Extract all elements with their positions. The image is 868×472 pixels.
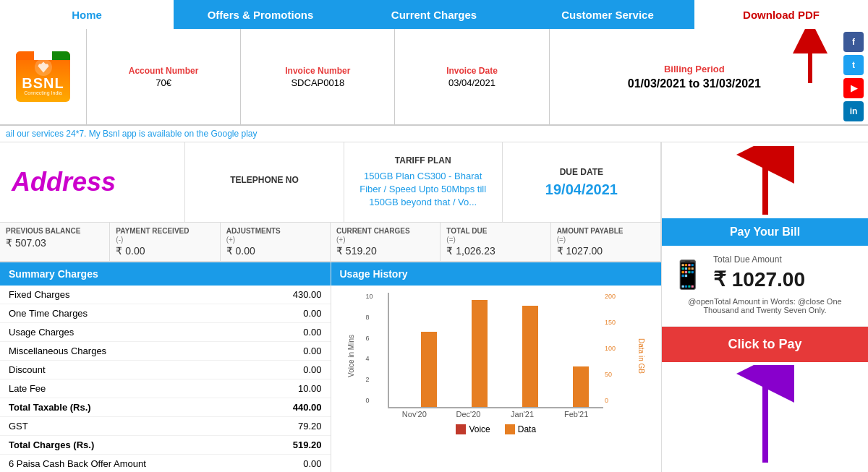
logo-subtitle: Connecting India [24,90,62,96]
linkedin-icon[interactable]: in [843,101,864,121]
pay-bill-header: Pay Your Bill [662,218,868,246]
data-bar [573,366,589,407]
summary-row: 6 Paisa Cash Back Offer Amount0.00 [0,455,331,473]
logo-box: BSNL Connecting India [0,29,87,124]
y-tick-right-3: 150 [605,319,626,326]
y-axis-right-label: Data in GB [637,338,645,374]
summary-row-label: Total Charges (Rs.) [0,436,255,455]
summary-row-label: Total Taxable (Rs.) [0,398,255,417]
summary-row: GST79.20 [0,417,331,436]
summary-row-label: 6 Paisa Cash Back Offer Amount [0,455,255,473]
chart-section: Usage History Voice in Mins 0 2 [331,262,662,472]
red-arrow-download [781,29,839,89]
summary-row-value: 430.00 [255,286,331,304]
page-header: BSNL Connecting India Account Number 70€… [0,29,868,126]
y-tick-left-0: 0 [366,397,386,404]
summary-row-value: 0.00 [255,361,331,379]
summary-header: Summary Charges [0,262,331,286]
payment-value: ₹ 0.00 [116,245,213,257]
payment-label: PAYMENT RECEIVED [116,227,213,236]
summary-row: One Time Charges0.00 [0,304,331,323]
y-tick-left-1: 2 [366,376,386,383]
youtube-icon[interactable]: ▶ [843,78,864,98]
voice-swatch [456,424,466,434]
tariff-label: TARIFF PLAN [395,155,451,166]
logo-text: BSNL [22,76,64,90]
invoice-value: SDCAP0018 [291,77,344,88]
bar-group [446,300,496,407]
nav-home[interactable]: Home [0,0,174,29]
right-panel: Pay Your Bill 📱 Total Due Amount ₹ 1027.… [662,142,868,472]
y-tick-left-2: 4 [366,355,386,362]
social-icons: f t ▶ in [839,29,868,124]
chart-header: Usage History [331,262,662,286]
legend-voice-label: Voice [469,424,490,434]
summary-row: Late Fee10.00 [0,379,331,398]
total-due-amount: ₹ 1027.00 [713,267,805,291]
y-axis-left-label: Voice in Mins [347,335,355,377]
click-to-pay-button[interactable]: Click to Pay [662,327,868,362]
legend-voice: Voice [456,424,490,434]
date-value: 03/04/2021 [448,77,495,88]
y-tick-right-0: 0 [605,397,626,404]
y-tick-right-2: 100 [605,345,626,352]
summary-row-value: 10.00 [255,379,331,398]
amount-in-words: @openTotal Amount in Words: @close One T… [671,294,859,317]
summary-row: Total Charges (Rs.)519.20 [0,436,331,455]
summary-row-label: Fixed Charges [0,286,255,304]
summary-row: Fixed Charges430.00 [0,286,331,304]
summary-table: Fixed Charges430.00One Time Charges0.00U… [0,286,331,472]
address-cell: Address [0,142,185,222]
nav-service[interactable]: Customer Service [521,0,694,29]
main-content: Address TELEPHONE NO TARIFF PLAN 150GB P… [0,142,868,472]
red-arrow-svg [729,146,801,218]
summary-row-label: Late Fee [0,379,255,398]
summary-row: Miscellaneous Charges0.00 [0,342,331,361]
summary-row-label: Usage Charges [0,323,255,342]
chart-x-labels: Nov'20Dec'20Jan'21Feb'21 [388,408,604,419]
twitter-icon[interactable]: t [843,55,864,75]
nav-download-pdf[interactable]: Download PDF [694,0,868,29]
data-bar [472,300,488,407]
bar-group [395,332,446,407]
legend-data-label: Data [518,424,536,434]
summary-row-value: 0.00 [255,323,331,342]
data-bar-inner [522,306,538,407]
current-charges-label: CURRENT CHARGES [336,227,434,236]
chart-bars-area [388,293,604,408]
y-tick-left-4: 8 [366,314,386,321]
summary-row-value: 79.20 [255,417,331,436]
summary-row: Total Taxable (Rs.)440.00 [0,398,331,417]
purple-arrow-svg [736,365,794,466]
summary-row-value: 0.00 [255,455,331,473]
data-bar-inner [472,300,488,407]
bottom-section: Summary Charges Fixed Charges430.00One T… [0,262,661,472]
date-label: Invoice Date [446,66,498,76]
summary-row: Discount0.00 [0,361,331,379]
date-cell: Invoice Date 03/04/2021 [395,29,549,124]
telephone-cell: TELEPHONE NO [185,142,344,222]
adj-value: ₹ 0.00 [226,245,324,257]
y-tick-left-3: 6 [366,335,386,342]
payable-op: (=) [557,236,655,244]
account-value: 70€ [156,77,171,88]
tariff-value: 150GB Plan CS300 - Bharat Fiber / Speed … [356,170,490,210]
x-label: Dec'20 [441,408,495,419]
tariff-cell: TARIFF PLAN 150GB Plan CS300 - Bharat Fi… [344,142,503,222]
nav-offers[interactable]: Offers & Promotions [174,0,347,29]
pay-phone-icon: 📱 [671,259,705,291]
chart-container: Voice in Mins 0 2 4 6 8 10 [331,286,662,440]
facebook-icon[interactable]: f [843,32,864,52]
adj-cell: ADJUSTMENTS (+) ₹ 0.00 [221,223,331,261]
prev-balance-label: PREVIOUS BALANCE [6,227,103,236]
payment-op: (-) [116,236,213,244]
account-label: Account Number [129,66,199,76]
header-info: Account Number 70€ Invoice Number SDCAP0… [87,29,839,124]
total-due-cell: TOTAL DUE (=) ₹ 1,026.23 [441,223,550,261]
data-bar-inner [421,332,437,407]
data-bar [522,306,538,407]
legend-data: Data [505,424,536,434]
total-due-value: ₹ 1,026.23 [446,245,544,257]
total-due-label-right: Total Due Amount [713,254,805,265]
nav-charges[interactable]: Current Charges [347,0,521,29]
